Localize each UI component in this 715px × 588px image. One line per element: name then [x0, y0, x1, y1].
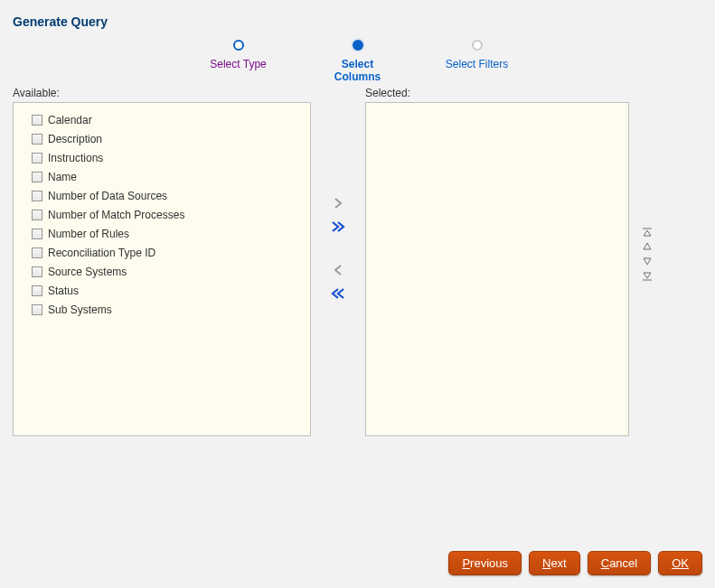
transfer-buttons	[311, 195, 365, 302]
move-top-icon	[642, 228, 653, 238]
chevron-right-icon	[333, 198, 343, 209]
selected-label: Selected:	[365, 87, 629, 99]
ok-button[interactable]: OK	[658, 551, 702, 575]
item-label: Status	[48, 285, 79, 297]
checkbox-icon[interactable]	[32, 285, 42, 296]
item-label: Description	[48, 133, 102, 145]
available-listbox[interactable]: CalendarDescriptionInstructionsNameNumbe…	[13, 102, 311, 436]
move-bottom-button[interactable]	[640, 269, 654, 282]
selected-listbox[interactable]	[365, 102, 629, 436]
step-label: Select Type	[210, 58, 266, 70]
checkbox-icon[interactable]	[32, 153, 42, 163]
double-chevron-left-icon	[331, 288, 345, 299]
list-item[interactable]: Reconciliation Type ID	[14, 243, 310, 262]
list-item[interactable]: Description	[14, 129, 310, 148]
move-down-button[interactable]	[640, 255, 654, 267]
move-bottom-icon	[642, 271, 653, 281]
checkbox-icon[interactable]	[32, 115, 42, 126]
step-select-columns[interactable]: Select Columns	[322, 40, 394, 83]
move-all-left-button[interactable]	[329, 285, 347, 302]
double-chevron-right-icon	[331, 221, 345, 232]
item-label: Source Systems	[48, 266, 127, 278]
move-up-button[interactable]	[640, 240, 654, 253]
list-item[interactable]: Number of Match Processes	[14, 205, 310, 224]
step-label: Select Filters	[446, 58, 508, 70]
checkbox-icon[interactable]	[32, 172, 42, 182]
available-label: Available:	[13, 87, 311, 99]
item-label: Instructions	[48, 152, 103, 164]
previous-button[interactable]: Previous	[448, 551, 522, 575]
move-all-right-button[interactable]	[329, 219, 347, 235]
item-label: Number of Data Sources	[48, 190, 167, 202]
list-item[interactable]: Status	[14, 281, 310, 300]
move-top-button[interactable]	[640, 226, 654, 238]
radio-icon	[472, 40, 483, 51]
list-item[interactable]: Calendar	[14, 110, 310, 129]
checkbox-icon[interactable]	[32, 304, 42, 315]
checkbox-icon[interactable]	[32, 210, 42, 220]
item-label: Reconciliation Type ID	[48, 247, 155, 259]
checkbox-icon[interactable]	[32, 229, 42, 239]
item-label: Number of Match Processes	[48, 209, 184, 221]
cancel-button[interactable]: Cancel	[588, 551, 651, 575]
chevron-left-icon	[333, 265, 343, 275]
dialog-footer: Previous Next Cancel OK	[448, 551, 702, 575]
item-label: Calendar	[48, 114, 92, 126]
next-button[interactable]: Next	[529, 551, 580, 575]
checkbox-icon[interactable]	[32, 247, 42, 258]
radio-icon	[233, 40, 244, 51]
step-select-type[interactable]: Select Type	[202, 40, 275, 83]
list-item[interactable]: Number of Data Sources	[14, 186, 310, 205]
move-left-button[interactable]	[329, 262, 347, 278]
move-up-icon	[642, 242, 653, 251]
list-item[interactable]: Name	[14, 167, 310, 186]
move-down-icon	[642, 257, 653, 266]
checkbox-icon[interactable]	[32, 134, 42, 145]
step-select-filters[interactable]: Select Filters	[441, 40, 513, 83]
step-label: Select Columns	[322, 58, 394, 83]
item-label: Sub Systems	[48, 303, 112, 316]
checkbox-icon[interactable]	[32, 191, 42, 201]
wizard-steps: Select Type Select Columns Select Filter…	[0, 40, 715, 83]
list-item[interactable]: Sub Systems	[14, 300, 310, 319]
radio-icon	[353, 40, 363, 51]
dialog-title: Generate Query	[0, 0, 715, 38]
item-label: Name	[48, 171, 77, 183]
item-label: Number of Rules	[48, 228, 129, 240]
reorder-buttons	[640, 226, 654, 282]
list-item[interactable]: Source Systems	[14, 262, 310, 281]
checkbox-icon[interactable]	[32, 266, 42, 277]
list-item[interactable]: Instructions	[14, 148, 310, 167]
list-item[interactable]: Number of Rules	[14, 224, 310, 243]
move-right-button[interactable]	[329, 195, 347, 211]
